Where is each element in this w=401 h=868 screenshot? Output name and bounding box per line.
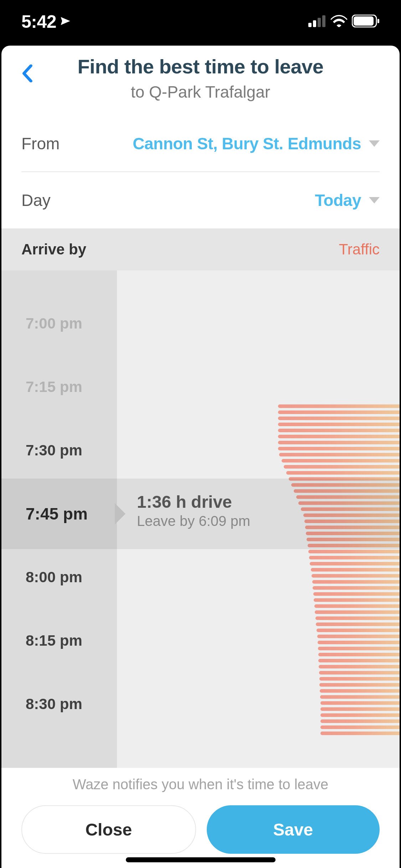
footer-note: Waze notifies you when it's time to leav… [21, 776, 380, 792]
arrive-by-label: Arrive by [21, 241, 86, 258]
from-selector[interactable]: From Cannon St, Bury St. Edmunds [21, 116, 380, 172]
from-value: Cannon St, Bury St. Edmunds [133, 134, 361, 153]
time-slot[interactable]: 7:15 pm [1, 355, 117, 419]
save-button[interactable]: Save [207, 805, 380, 854]
traffic-bar [308, 550, 400, 553]
traffic-bar [319, 683, 400, 687]
svg-rect-3 [322, 15, 325, 27]
status-bar: 5:42 [0, 0, 401, 47]
traffic-bar [304, 520, 400, 523]
traffic-bar [291, 483, 400, 487]
wifi-icon [330, 15, 348, 29]
status-time: 5:42 [21, 11, 56, 32]
traffic-bar [284, 465, 400, 469]
traffic-bar [311, 568, 400, 572]
chart-column: 1:36 h drive Leave by 6:09 pm [117, 270, 400, 768]
traffic-bar [309, 556, 400, 559]
traffic-bar [314, 598, 400, 602]
from-label: From [21, 134, 60, 153]
traffic-bar [320, 719, 400, 723]
times-column[interactable]: 7:00 pm7:15 pm7:30 pm7:45 pm8:00 pm8:15 … [1, 270, 117, 768]
svg-rect-6 [377, 19, 379, 23]
day-value: Today [315, 191, 361, 210]
traffic-bar [319, 677, 400, 681]
graph-body[interactable]: 7:00 pm7:15 pm7:30 pm7:45 pm8:00 pm8:15 … [1, 270, 400, 768]
traffic-bar [278, 435, 400, 438]
selectors: From Cannon St, Bury St. Edmunds Day Tod… [1, 105, 400, 228]
leave-by: Leave by 6:09 pm [137, 513, 250, 529]
traffic-bar [305, 526, 400, 529]
traffic-bar [313, 592, 400, 596]
traffic-bar [278, 417, 400, 420]
time-slot[interactable]: 7:30 pm [1, 419, 117, 482]
status-right [308, 15, 380, 29]
traffic-bar [279, 453, 400, 456]
traffic-bar [286, 471, 400, 475]
traffic-bar [312, 580, 400, 584]
drive-info: 1:36 h drive Leave by 6:09 pm [137, 492, 250, 529]
day-label: Day [21, 191, 51, 210]
traffic-bar [320, 689, 400, 693]
traffic-bar [312, 574, 400, 578]
time-slot[interactable]: 8:30 pm [1, 672, 117, 736]
time-slot[interactable]: 7:00 pm [1, 292, 117, 355]
traffic-bar [318, 653, 400, 656]
traffic-bar [320, 695, 400, 699]
traffic-bar [298, 501, 400, 505]
home-indicator [126, 857, 276, 862]
traffic-bar [289, 477, 400, 481]
traffic-bar [319, 665, 400, 668]
pointer-icon [115, 503, 125, 525]
traffic-bar [278, 404, 400, 408]
traffic-bar [315, 610, 400, 614]
drive-duration: 1:36 h drive [137, 492, 250, 512]
time-slot[interactable]: 8:15 pm [1, 609, 117, 672]
chevron-down-icon [369, 197, 380, 203]
time-slot[interactable]: 8:00 pm [1, 546, 117, 609]
traffic-bar [308, 544, 400, 547]
graph-header: Arrive by Traffic [1, 228, 400, 270]
traffic-bar [316, 622, 400, 626]
close-button[interactable]: Close [21, 805, 196, 854]
footer: Waze notifies you when it's time to leav… [1, 768, 400, 868]
main-panel: Find the best time to leave to Q-Park Tr… [1, 46, 400, 868]
location-icon [60, 16, 71, 28]
traffic-bar [314, 604, 400, 608]
traffic-bar [315, 616, 400, 620]
back-button[interactable] [16, 63, 38, 84]
traffic-bar [317, 635, 400, 638]
traffic-bar [320, 707, 400, 711]
traffic-graph: Arrive by Traffic 7:00 pm7:15 pm7:30 pm7… [1, 228, 400, 768]
traffic-bar [306, 532, 400, 535]
chevron-left-icon [22, 64, 32, 82]
traffic-bar [318, 659, 400, 662]
time-slot[interactable]: 7:45 pm [1, 482, 117, 546]
svg-rect-1 [313, 20, 316, 27]
traffic-bar [282, 459, 400, 463]
traffic-bar [278, 423, 400, 426]
status-left: 5:42 [21, 11, 71, 32]
traffic-bar [317, 629, 400, 632]
traffic-bar [307, 538, 400, 541]
svg-rect-2 [318, 18, 321, 27]
battery-icon [352, 15, 380, 29]
traffic-bar [320, 732, 400, 735]
day-selector[interactable]: Day Today [21, 172, 380, 228]
traffic-bar [278, 410, 400, 414]
page-subtitle: to Q-Park Trafalgar [21, 82, 380, 102]
traffic-bar [319, 671, 400, 675]
traffic-label: Traffic [339, 241, 380, 258]
traffic-bar [278, 447, 400, 450]
page-title: Find the best time to leave [21, 55, 380, 78]
traffic-bar [294, 489, 400, 493]
traffic-bar [318, 641, 400, 644]
cellular-icon [308, 15, 326, 29]
traffic-bar [303, 513, 400, 517]
traffic-bar [301, 507, 400, 511]
traffic-bar [318, 647, 400, 650]
svg-rect-0 [308, 23, 312, 27]
traffic-bar [278, 441, 400, 444]
svg-rect-5 [354, 16, 374, 26]
traffic-bar [310, 562, 400, 565]
traffic-bar [296, 495, 400, 499]
